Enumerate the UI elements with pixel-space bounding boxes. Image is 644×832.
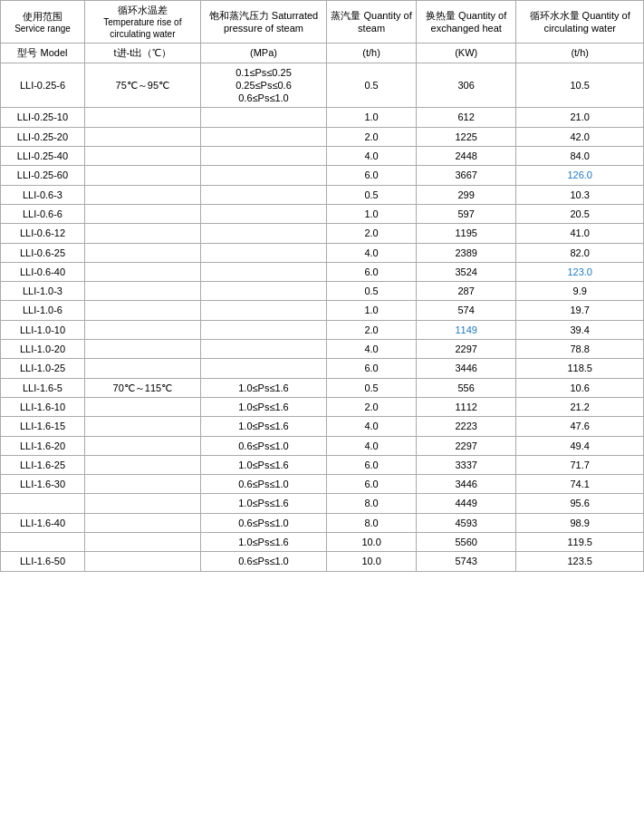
cell-steam: 2.0 xyxy=(327,320,417,339)
cell-pressure xyxy=(200,224,326,243)
cell-pressure xyxy=(200,243,326,262)
cell-temp xyxy=(84,320,200,339)
sub-header-heat: (KW) xyxy=(416,44,515,63)
cell-pressure xyxy=(200,262,326,281)
cell-water: 71.7 xyxy=(516,455,644,474)
cell-model: LLI-1.6-15 xyxy=(1,417,85,436)
cell-pressure: 0.6≤Ps≤1.0 xyxy=(200,552,326,571)
cell-pressure: 1.0≤Ps≤1.6 xyxy=(200,397,326,416)
cell-steam: 1.0 xyxy=(327,108,417,127)
cell-steam: 2.0 xyxy=(327,127,417,146)
cell-pressure: 1.0≤Ps≤1.6 xyxy=(200,494,326,513)
cell-steam: 6.0 xyxy=(327,359,417,378)
cell-heat: 3667 xyxy=(416,166,515,185)
cell-steam: 1.0 xyxy=(327,301,417,320)
cell-steam: 10.0 xyxy=(327,552,417,571)
cell-model: LLI-0.25-60 xyxy=(1,166,85,185)
cell-heat: 3337 xyxy=(416,455,515,474)
cell-heat: 3446 xyxy=(416,359,515,378)
cell-water: 39.4 xyxy=(516,320,644,339)
cell-model: LLI-0.25-20 xyxy=(1,127,85,146)
cell-water: 98.9 xyxy=(516,513,644,532)
cell-model: LLI-1.6-30 xyxy=(1,475,85,494)
cell-steam: 0.5 xyxy=(327,185,417,204)
cell-pressure xyxy=(200,147,326,166)
cell-pressure xyxy=(200,359,326,378)
header-water-text: 循环水水量 Quantity of circulating water xyxy=(518,9,641,35)
cell-steam: 8.0 xyxy=(327,494,417,513)
cell-model: LLI-1.6-50 xyxy=(1,552,85,571)
table-row: LLI-0.25-404.0244884.0 xyxy=(1,147,644,166)
cell-model: LLI-0.6-6 xyxy=(1,204,85,223)
sub-header-pressure: (MPa) xyxy=(200,44,326,63)
sub-header-steam: (t/h) xyxy=(327,44,417,63)
cell-pressure xyxy=(200,108,326,127)
cell-water: 42.0 xyxy=(516,127,644,146)
cell-pressure: 0.6≤Ps≤1.0 xyxy=(200,513,326,532)
cell-model: LLI-1.0-6 xyxy=(1,301,85,320)
cell-model xyxy=(1,533,85,552)
cell-temp xyxy=(84,166,200,185)
cell-steam: 4.0 xyxy=(327,147,417,166)
cell-pressure: 1.0≤Ps≤1.6 xyxy=(200,417,326,436)
cell-model: LLI-1.6-10 xyxy=(1,397,85,416)
header-temp-en: Temperature rise of circulating water xyxy=(87,16,198,40)
cell-model: LLI-1.6-40 xyxy=(1,513,85,532)
cell-model: LLI-1.0-20 xyxy=(1,340,85,359)
cell-water: 123.0 xyxy=(516,262,644,281)
header-service: 使用范围 Service range xyxy=(1,1,85,44)
table-row: LLI-1.6-500.6≤Ps≤1.010.05743123.5 xyxy=(1,552,644,571)
cell-temp xyxy=(84,224,200,243)
cell-temp: 75℃～95℃ xyxy=(84,63,200,108)
cell-heat: 574 xyxy=(416,301,515,320)
cell-model: LLI-1.0-25 xyxy=(1,359,85,378)
cell-heat: 1149 xyxy=(416,320,515,339)
table-row: LLI-1.6-251.0≤Ps≤1.66.0333771.7 xyxy=(1,455,644,474)
cell-water: 82.0 xyxy=(516,243,644,262)
cell-water: 47.6 xyxy=(516,417,644,436)
cell-steam: 6.0 xyxy=(327,262,417,281)
cell-model: LLI-0.25-6 xyxy=(1,63,85,108)
cell-heat: 1195 xyxy=(416,224,515,243)
cell-heat: 2389 xyxy=(416,243,515,262)
table-row: LLI-1.0-256.03446118.5 xyxy=(1,359,644,378)
cell-heat: 1112 xyxy=(416,397,515,416)
header-steam-text: 蒸汽量 Quantity of steam xyxy=(329,9,414,35)
cell-water: 118.5 xyxy=(516,359,644,378)
cell-water: 19.7 xyxy=(516,301,644,320)
cell-steam: 6.0 xyxy=(327,166,417,185)
cell-water: 41.0 xyxy=(516,224,644,243)
table-row: LLI-1.0-204.0229778.8 xyxy=(1,340,644,359)
cell-model: LLI-1.6-25 xyxy=(1,455,85,474)
table-row: LLI-1.0-61.057419.7 xyxy=(1,301,644,320)
cell-pressure: 0.6≤Ps≤1.0 xyxy=(200,436,326,455)
cell-model: LLI-0.6-25 xyxy=(1,243,85,262)
cell-heat: 2297 xyxy=(416,436,515,455)
cell-temp xyxy=(84,359,200,378)
table-row: LLI-1.6-300.6≤Ps≤1.06.0344674.1 xyxy=(1,475,644,494)
header-temp: 循环水温差 Temperature rise of circulating wa… xyxy=(84,1,200,44)
cell-steam: 2.0 xyxy=(327,224,417,243)
cell-steam: 0.5 xyxy=(327,378,417,397)
cell-heat: 2297 xyxy=(416,340,515,359)
table-header-row: 使用范围 Service range 循环水温差 Temperature ris… xyxy=(1,1,644,44)
cell-model: LLI-0.6-40 xyxy=(1,262,85,281)
cell-temp xyxy=(84,243,200,262)
cell-pressure xyxy=(200,204,326,223)
cell-pressure: 0.1≤Ps≤0.250.25≤Ps≤0.60.6≤Ps≤1.0 xyxy=(200,63,326,108)
cell-water: 119.5 xyxy=(516,533,644,552)
cell-pressure xyxy=(200,320,326,339)
cell-water: 95.6 xyxy=(516,494,644,513)
cell-steam: 4.0 xyxy=(327,340,417,359)
cell-model: LLI-1.0-10 xyxy=(1,320,85,339)
cell-model: LLI-0.25-40 xyxy=(1,147,85,166)
cell-pressure: 1.0≤Ps≤1.6 xyxy=(200,378,326,397)
cell-water: 9.9 xyxy=(516,282,644,301)
table-row: LLI-1.6-101.0≤Ps≤1.62.0111221.2 xyxy=(1,397,644,416)
header-service-en: Service range xyxy=(3,23,82,34)
table-row: LLI-0.25-606.03667126.0 xyxy=(1,166,644,185)
cell-heat: 597 xyxy=(416,204,515,223)
cell-heat: 556 xyxy=(416,378,515,397)
table-row: LLI-0.6-122.0119541.0 xyxy=(1,224,644,243)
header-pressure-text: 饱和蒸汽压力 Saturrated pressure of steam xyxy=(203,9,324,35)
